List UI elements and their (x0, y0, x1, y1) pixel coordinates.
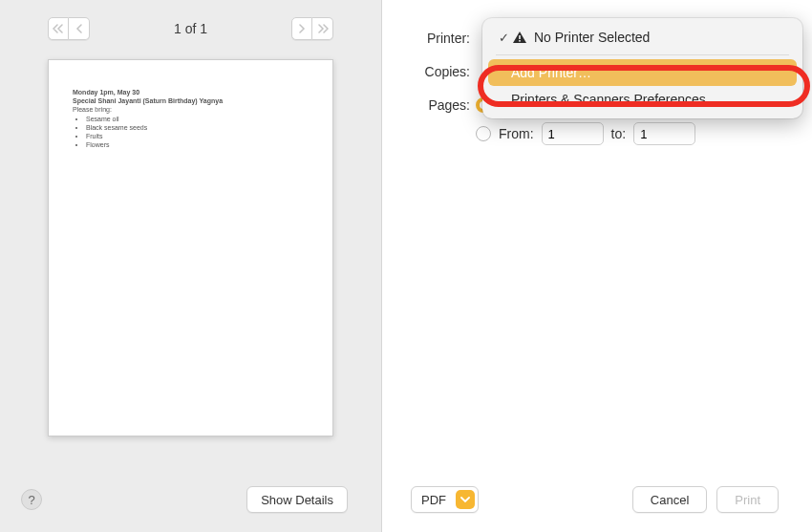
preview-line-1: Monday 1pm, May 30 (73, 89, 309, 97)
prev-page-button[interactable] (69, 17, 90, 40)
svg-rect-1 (519, 40, 521, 42)
printer-label: Printer: (399, 31, 476, 46)
print-button[interactable]: Print (716, 486, 779, 513)
preview-header: 1 of 1 (0, 0, 381, 50)
pages-from-input[interactable] (542, 122, 604, 145)
pdf-button-label: PDF (412, 493, 456, 507)
next-page-group (291, 17, 333, 40)
double-chevron-right-icon (317, 24, 329, 33)
page-thumbnail: Monday 1pm, May 30 Special Shani Jayanti… (48, 59, 333, 436)
printer-dropdown-menu: ✓ No Printer Selected Add Printer… Print… (482, 18, 802, 118)
menu-divider (496, 54, 789, 55)
preview-line-3: Please bring: (73, 106, 309, 115)
menu-item-label: No Printer Selected (534, 30, 785, 45)
next-page-button[interactable] (291, 17, 312, 40)
cancel-button[interactable]: Cancel (632, 486, 707, 513)
show-details-button[interactable]: Show Details (246, 486, 348, 513)
print-options-panel: Printer: Copies: Pages: All From: to: ✓ (382, 0, 812, 532)
chevron-down-icon (456, 490, 475, 509)
preview-item-list: Sesame oil Black sesame seeds Fruits Flo… (73, 116, 309, 149)
double-chevron-left-icon (53, 24, 64, 33)
svg-rect-0 (519, 35, 521, 39)
preview-line-2: Special Shani Jayanti (Saturn Birthday) … (73, 97, 309, 106)
preview-area: Monday 1pm, May 30 Special Shani Jayanti… (0, 50, 381, 532)
pages-to-label: to: (611, 126, 627, 141)
first-page-button[interactable] (48, 17, 69, 40)
menu-item-label: Add Printer… (511, 65, 785, 80)
chevron-left-icon (75, 24, 83, 33)
last-page-button[interactable] (312, 17, 333, 40)
preview-footer: ? Show Details (0, 486, 381, 513)
copies-label: Copies: (399, 64, 476, 79)
pdf-dropdown-button[interactable]: PDF (411, 486, 479, 513)
pages-to-input[interactable] (633, 122, 695, 145)
preview-panel: 1 of 1 Monday 1pm, May 30 Special Shani … (0, 0, 382, 532)
menu-item-label: Printers & Scanners Preferences… (511, 92, 785, 107)
page-indicator: 1 of 1 (174, 21, 207, 36)
menu-item-preferences[interactable]: Printers & Scanners Preferences… (488, 86, 797, 113)
dialog-bottom-bar: PDF Cancel Print (382, 486, 812, 513)
warning-icon (511, 31, 528, 44)
menu-item-add-printer[interactable]: Add Printer… (488, 59, 797, 86)
pages-label: Pages: (399, 97, 476, 113)
pages-range-option[interactable]: From: to: (476, 122, 695, 145)
radio-unselected-icon (476, 126, 491, 141)
chevron-right-icon (298, 24, 306, 33)
prev-page-group (48, 17, 90, 40)
pages-from-label: From: (499, 126, 534, 141)
preview-item: Black sesame seeds (86, 124, 309, 133)
menu-item-no-printer[interactable]: ✓ No Printer Selected (488, 24, 797, 51)
checkmark-icon: ✓ (496, 31, 511, 45)
preview-item: Flowers (86, 141, 309, 150)
preview-item: Fruits (86, 133, 309, 141)
help-button[interactable]: ? (21, 489, 42, 510)
preview-item: Sesame oil (86, 116, 309, 124)
